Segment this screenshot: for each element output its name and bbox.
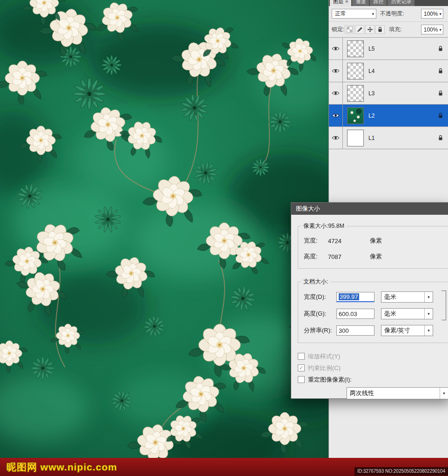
chevron-down-icon: ▾ [439,27,441,32]
layer-name: L3 [368,90,374,97]
blend-options-row: 正常 ▾ 不透明度: 100% ▾ [329,6,448,22]
resolution-unit-select[interactable]: 像素/英寸 ▾ [381,325,433,336]
layer-thumbnail[interactable] [347,63,364,79]
constrain-link-bracket [441,291,446,320]
visibility-toggle[interactable] [329,82,343,104]
visibility-toggle[interactable] [329,105,343,126]
layer-row-l5[interactable]: L5 [329,38,448,60]
pixel-width-label: 宽度: [304,237,328,245]
layer-name: L5 [368,46,374,52]
eye-icon [332,113,340,118]
opacity-value: 100% [424,11,438,17]
watermark-bar: 昵图网 www.nipic.com ID:32767593 NO:2025050… [0,458,448,476]
doc-width-unit-value: 毫米 [384,293,396,301]
pixel-height-value: 7087 [328,253,370,260]
opacity-input[interactable]: 100% ▾ [421,9,443,19]
fill-label: 填充: [389,26,401,33]
pixel-width-row: 宽度: 4724 像素 [304,233,444,249]
resample-image-label: 重定图像像素(I): [308,376,352,384]
scale-styles-checkbox[interactable] [298,353,305,360]
move-icon [367,26,373,33]
resolution-input[interactable]: 300 [336,325,374,336]
visibility-toggle[interactable] [329,127,343,149]
document-canvas[interactable] [0,0,328,458]
resolution-label: 分辨率(R): [304,326,336,335]
scale-styles-row: 缩放样式(Y) [298,350,448,362]
pixel-size-group-label: 像素大小:95.8M [301,222,347,230]
resample-image-checkbox[interactable] [298,376,305,383]
chevron-down-icon: ▾ [372,12,374,16]
layer-lock-badge [438,112,443,119]
dialog-title-bar[interactable]: 图像大小 [291,203,448,215]
doc-width-input[interactable]: 399.97 [336,292,374,302]
scale-styles-label: 缩放样式(Y) [308,352,340,361]
image-size-dialog: 图像大小 像素大小:95.8M 宽度: 4724 像素 高度: 7087 像素 … [291,202,448,399]
tab-layers[interactable]: 图层 × [330,0,351,6]
doc-width-value: 399.97 [339,293,359,300]
opacity-label: 不透明度: [380,10,404,18]
visibility-toggle[interactable] [329,60,343,82]
resolution-row: 分辨率(R): 300 像素/英寸 ▾ [304,322,444,339]
layer-row-l2[interactable]: L2 [329,105,448,127]
document-size-group-label: 文档大小: [301,278,330,286]
eye-icon [332,68,340,73]
fill-value: 100% [424,26,438,33]
layer-name: L1 [368,135,374,141]
resolution-value: 300 [339,327,349,334]
pixel-width-unit: 像素 [370,237,382,245]
doc-height-unit-select[interactable]: 毫米 ▾ [381,308,433,319]
doc-height-row: 高度(G): 600.03 毫米 ▾ [304,305,444,322]
eye-icon [332,135,340,140]
lock-transparency-button[interactable] [345,25,354,34]
layer-thumbnail[interactable] [347,85,364,102]
lock-label: 锁定: [332,26,344,33]
lock-all-button[interactable] [375,25,385,34]
layer-name: L4 [368,68,374,74]
layer-row-l1[interactable]: L1 [329,127,448,149]
constrain-proportions-row: ✓ 约束比例(C) [298,362,448,374]
tab-paths[interactable]: 路径 [370,0,387,6]
constrain-proportions-label: 约束比例(C) [308,364,341,372]
pixel-height-unit: 像素 [370,252,382,261]
constrain-proportions-checkbox[interactable]: ✓ [298,364,305,371]
doc-height-label: 高度(G): [304,310,336,318]
resample-method-select[interactable]: 两次线性 ▾ [347,387,448,399]
check-icon: ✓ [299,365,303,370]
tab-layers-label: 图层 [333,0,343,6]
tab-history[interactable]: 历史记录 [388,0,415,6]
pixel-width-value: 4724 [328,238,370,245]
visibility-toggle[interactable] [329,38,343,60]
doc-height-unit-value: 毫米 [384,310,396,318]
pixel-size-group: 像素大小:95.8M 宽度: 4724 像素 高度: 7087 像素 [298,226,448,269]
chevron-down-icon: ▾ [424,309,433,319]
pixel-height-label: 高度: [304,252,328,261]
document-size-group: 文档大小: 宽度(D): 399.97 毫米 ▾ 高度(G): 600.03 毫… [298,282,448,343]
fill-input[interactable]: 100% ▾ [421,25,443,34]
layer-list: L5 L4 L3 [329,37,448,149]
layer-thumbnail[interactable] [347,130,364,146]
close-icon[interactable]: × [345,0,348,6]
site-watermark: 昵图网 www.nipic.com [7,461,117,474]
resample-method-value: 两次线性 [350,389,374,397]
lock-pixels-button[interactable] [355,25,364,34]
blend-mode-value: 正常 [335,10,346,18]
blend-mode-select[interactable]: 正常 ▾ [332,9,376,19]
lock-icon [438,68,443,74]
layer-thumbnail[interactable] [347,40,364,57]
doc-height-input[interactable]: 600.03 [336,309,374,319]
doc-width-row: 宽度(D): 399.97 毫米 ▾ [304,289,444,305]
checkerboard-icon [347,26,353,33]
lock-icon [438,90,443,96]
layer-name: L2 [368,112,374,119]
lock-position-button[interactable] [365,25,374,34]
layer-row-l3[interactable]: L3 [329,82,448,105]
layer-row-l4[interactable]: L4 [329,60,448,82]
image-id-tag: ID:32767593 NO:20250505220802290104 [354,467,448,476]
doc-width-unit-select[interactable]: 毫米 ▾ [381,291,433,303]
tab-channels[interactable]: 通道 [352,0,369,6]
layer-thumbnail[interactable] [347,107,364,124]
resample-image-row: 重定图像像素(I): [298,374,448,385]
floral-artwork [0,0,328,458]
layer-lock-badge [438,68,443,74]
eye-icon [332,46,340,51]
